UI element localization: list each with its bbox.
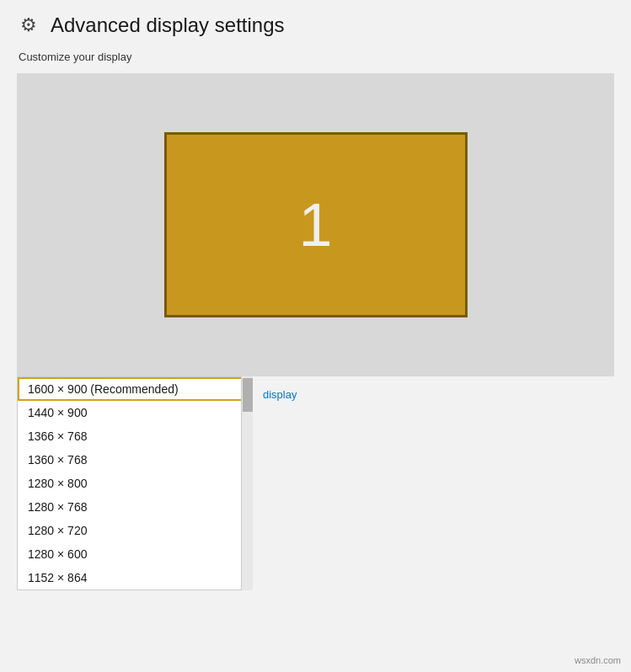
resolution-dropdown-container: 1600 × 900 (Recommended) 1440 × 900 1366… <box>17 376 614 590</box>
resolution-option-selected[interactable]: 1600 × 900 (Recommended) <box>18 377 252 401</box>
advanced-display-link[interactable]: display <box>259 383 297 401</box>
page-container: ⚙ Advanced display settings Customize yo… <box>0 0 631 590</box>
resolution-option-3[interactable]: 1360 × 768 <box>18 448 252 472</box>
resolution-option-7[interactable]: 1280 × 600 <box>18 542 252 566</box>
header: ⚙ Advanced display settings <box>17 7 614 51</box>
dropdown-list-wrapper[interactable]: 1600 × 900 (Recommended) 1440 × 900 1366… <box>17 376 253 590</box>
display-preview-area: 1 <box>17 73 614 376</box>
page-title: Advanced display settings <box>51 13 285 37</box>
monitor-number: 1 <box>298 190 332 259</box>
resolution-option-4[interactable]: 1280 × 800 <box>18 472 252 495</box>
resolution-option-5[interactable]: 1280 × 768 <box>18 495 252 519</box>
resolution-option-6[interactable]: 1280 × 720 <box>18 519 252 542</box>
scrollbar[interactable] <box>241 376 253 590</box>
scrollbar-thumb[interactable] <box>243 378 253 412</box>
resolution-section: 1600 × 900 (Recommended) 1440 × 900 1366… <box>17 376 614 590</box>
gear-icon: ⚙ <box>17 13 40 37</box>
resolution-option-8[interactable]: 1152 × 864 <box>18 566 252 589</box>
watermark: wsxdn.com <box>575 655 621 665</box>
resolution-option-1[interactable]: 1440 × 900 <box>18 401 252 424</box>
monitor-box: 1 <box>164 132 468 317</box>
resolution-option-2[interactable]: 1366 × 768 <box>18 424 252 448</box>
subtitle: Customize your display <box>17 51 614 63</box>
right-section: display <box>259 376 297 401</box>
resolution-dropdown-list[interactable]: 1600 × 900 (Recommended) 1440 × 900 1366… <box>17 376 253 590</box>
